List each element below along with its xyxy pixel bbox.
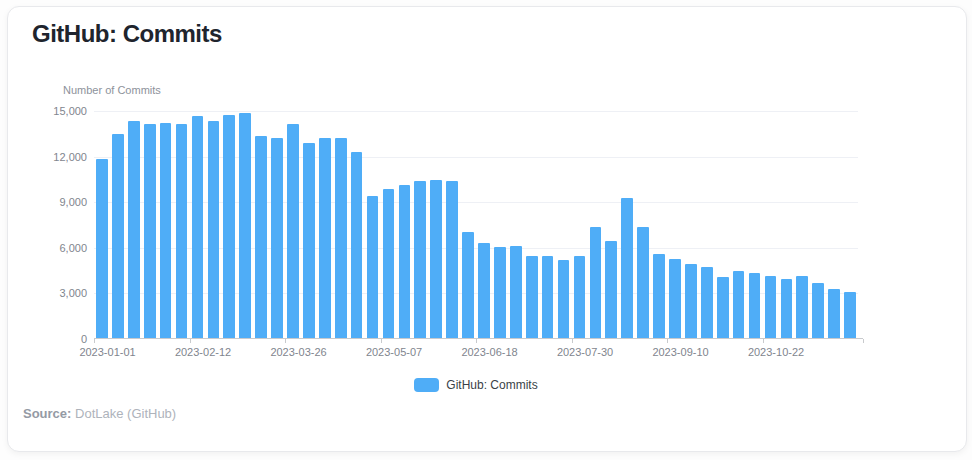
bar[interactable] — [558, 260, 570, 338]
bar[interactable] — [605, 241, 617, 338]
source-note: Source: DotLake (GitHub) — [23, 406, 176, 421]
bar[interactable] — [478, 243, 490, 338]
bar[interactable] — [812, 283, 824, 338]
bar[interactable] — [526, 256, 538, 338]
x-tick — [285, 339, 286, 343]
bar[interactable] — [128, 121, 140, 338]
bar[interactable] — [223, 115, 235, 338]
y-tick-label: 6,000 — [59, 242, 87, 254]
bar[interactable] — [828, 289, 840, 338]
bar[interactable] — [208, 121, 220, 338]
bar[interactable] — [462, 232, 474, 338]
bar[interactable] — [542, 256, 554, 338]
bar[interactable] — [621, 198, 633, 338]
bar[interactable] — [446, 181, 458, 338]
x-tick-label: 2023-02-12 — [175, 346, 231, 358]
y-tick-label: 3,000 — [59, 287, 87, 299]
bar[interactable] — [319, 138, 331, 338]
bar[interactable] — [590, 227, 602, 338]
gridline — [94, 111, 858, 112]
bar[interactable] — [796, 276, 808, 338]
bar[interactable] — [287, 124, 299, 338]
y-tick-label: 12,000 — [53, 151, 87, 163]
x-tick-label: 2023-06-18 — [461, 346, 517, 358]
x-tick — [94, 339, 95, 343]
x-tick — [863, 339, 864, 343]
bar[interactable] — [781, 279, 793, 338]
bar[interactable] — [255, 136, 267, 338]
x-tick — [190, 339, 191, 343]
bar[interactable] — [96, 159, 108, 338]
y-tick-label: 0 — [81, 333, 87, 345]
x-tick-label: 2023-09-10 — [652, 346, 708, 358]
bar[interactable] — [844, 292, 856, 338]
x-tick — [572, 339, 573, 343]
bar[interactable] — [144, 124, 156, 338]
x-tick — [667, 339, 668, 343]
bar[interactable] — [112, 134, 124, 338]
bar[interactable] — [574, 256, 586, 338]
bar[interactable] — [367, 196, 379, 338]
bar[interactable] — [637, 227, 649, 338]
page-title: GitHub: Commits — [32, 20, 222, 48]
bar[interactable] — [510, 246, 522, 338]
bar[interactable] — [303, 143, 315, 338]
bar[interactable] — [239, 113, 251, 338]
source-value: DotLake (GitHub) — [75, 406, 176, 421]
bar[interactable] — [192, 116, 204, 338]
bar[interactable] — [765, 276, 777, 338]
bar[interactable] — [271, 138, 283, 338]
x-tick — [763, 339, 764, 343]
bar[interactable] — [653, 254, 665, 338]
legend-swatch-icon — [414, 378, 439, 392]
bar[interactable] — [749, 273, 761, 338]
x-tick — [381, 339, 382, 343]
bar[interactable] — [733, 271, 745, 338]
bar[interactable] — [176, 124, 188, 338]
x-tick-label: 2023-05-07 — [366, 346, 422, 358]
x-tick-label: 2023-03-26 — [270, 346, 326, 358]
bar[interactable] — [669, 259, 681, 338]
x-tick — [476, 339, 477, 343]
bar[interactable] — [494, 247, 506, 338]
bar[interactable] — [351, 152, 363, 338]
plot-area: 03,0006,0009,00012,00015,0002023-01-0120… — [94, 111, 858, 339]
bar[interactable] — [399, 185, 411, 338]
x-tick-label: 2023-01-01 — [79, 346, 135, 358]
bar[interactable] — [430, 180, 442, 338]
bar[interactable] — [717, 277, 729, 338]
legend[interactable]: GitHub: Commits — [94, 378, 858, 392]
x-tick-label: 2023-07-30 — [557, 346, 613, 358]
bar[interactable] — [160, 123, 172, 338]
bar[interactable] — [701, 267, 713, 338]
source-label: Source: — [23, 406, 71, 421]
y-tick-label: 15,000 — [53, 105, 87, 117]
chart-card: GitHub: Commits Number of Commits 03,000… — [7, 6, 967, 452]
x-tick-label: 2023-10-22 — [748, 346, 804, 358]
y-axis-title: Number of Commits — [63, 84, 161, 96]
bar[interactable] — [335, 138, 347, 338]
legend-label: GitHub: Commits — [446, 378, 537, 392]
bar[interactable] — [685, 264, 697, 338]
bar[interactable] — [383, 189, 395, 338]
x-axis-line — [94, 338, 863, 339]
bar[interactable] — [414, 181, 426, 338]
y-tick-label: 9,000 — [59, 196, 87, 208]
